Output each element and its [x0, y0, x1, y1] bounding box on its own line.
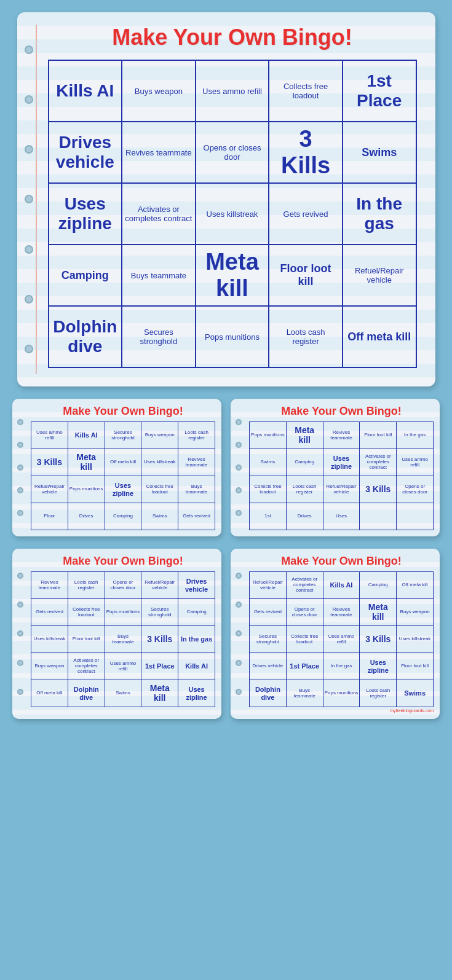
m1-r3c5: Buys teammate: [178, 476, 215, 503]
m2-r3c3: Refuel/Repair vehicle: [323, 476, 360, 503]
hole-m4-4: [236, 660, 242, 666]
hole-5: [25, 245, 33, 254]
m4-r1c4: Camping: [360, 572, 397, 599]
table-row: Uses killstreak Floor loot kill Buys tea…: [31, 626, 215, 653]
m4-r2c2: Opens or closes door: [286, 599, 323, 626]
m3-r3c3: Buys teammate: [105, 626, 141, 653]
m1-r4c3: Camping: [105, 503, 141, 530]
cell-r3c2: Activates or completes contract: [122, 183, 196, 245]
m3-r4c2: Activates or completes contract: [68, 653, 105, 680]
cell-r4c5: Refuel/Repair vehicle: [343, 245, 416, 306]
m1-r2c2: Meta kill: [68, 449, 105, 476]
m3-r2c4: Secures stronghold: [141, 599, 178, 626]
m1-r1c5: Loots cash register: [178, 422, 215, 449]
m4-r3c5: Uses killstreak: [397, 626, 434, 653]
cell-r4c1: Camping: [49, 245, 122, 306]
table-row: Refuel/Repair vehicle Pops munitions Use…: [31, 476, 215, 503]
m4-r2c3: Revives teammate: [323, 599, 360, 626]
cell-r1c2: Buys weapon: [122, 60, 196, 122]
table-row: Uses zipline Activates or completes cont…: [49, 183, 416, 245]
mini-card-2-title: Make Your Own Bingo!: [249, 405, 434, 418]
m3-r2c5: Camping: [178, 599, 215, 626]
mini-grid-2: Pops munitions Meta kill Revives teammat…: [249, 421, 434, 530]
m1-r3c2: Pops munitions: [68, 476, 105, 503]
table-row: Floor Drives Camping Swims Gets revived: [31, 503, 215, 530]
m2-r1c1: Pops munitions: [250, 422, 287, 449]
m2-r4c4: [360, 503, 397, 530]
m4-r2c5: Buys weapon: [397, 599, 434, 626]
table-row: Buys weapon Activates or completes contr…: [31, 653, 215, 680]
m2-r2c4: Activates or completes contract: [360, 449, 397, 476]
mini-grid-4: Refuel/Repair vehicle Activates or compl…: [249, 571, 434, 707]
card-content: Make Your Own Bingo! Kills AI Buys weapo…: [48, 25, 417, 368]
m2-r3c5: Opens or closes door: [397, 476, 434, 503]
m1-r2c3: Off meta kill: [105, 449, 141, 476]
m3-r1c2: Loots cash register: [68, 572, 105, 599]
table-row: Camping Buys teammate Meta kill Floor lo…: [49, 245, 416, 306]
hole-m3-3: [17, 630, 23, 637]
hole-2: [25, 95, 33, 104]
m4-r3c1: Secures stronghold: [250, 626, 287, 653]
hole-m4-3: [236, 630, 242, 637]
m4-r2c4: Meta kill: [360, 599, 397, 626]
m2-r2c1: Swims: [250, 449, 287, 476]
table-row: Revives teammate Loots cash register Ope…: [31, 572, 215, 599]
cell-r1c1: Kills AI: [49, 60, 122, 122]
hole-m4-1: [236, 573, 242, 579]
m3-r2c3: Pops munitions: [105, 599, 141, 626]
table-row: Dolphin dive Secures stronghold Pops mun…: [49, 306, 416, 367]
m1-r1c1: Uses ammo refill: [31, 422, 68, 449]
m1-r3c4: Collects free loadout: [141, 476, 178, 503]
table-row: 1st Drives Uses: [250, 503, 434, 530]
cell-r4c3: Meta kill: [196, 245, 269, 306]
m3-r3c4: 3 Kills: [141, 626, 178, 653]
table-row: Gets revived Collects free loadout Pops …: [31, 599, 215, 626]
hole-6: [25, 295, 33, 304]
hole-7: [25, 345, 33, 353]
mini-card-2: Make Your Own Bingo! Pops munitions Meta…: [231, 399, 440, 536]
m4-r3c2: Collects free loadout: [286, 626, 323, 653]
cell-r5c2: Secures stronghold: [122, 306, 196, 367]
mini-card-3-holes: [17, 549, 23, 719]
mini-grid-1: Uses ammo refill Kills AI Secures strong…: [31, 421, 215, 530]
cell-r2c1: Drives vehicle: [49, 122, 122, 183]
hole-3: [25, 145, 33, 154]
cell-r1c4: Collects free loadout: [269, 60, 343, 122]
table-row: 3 Kills Meta kill Off meta kill Uses kil…: [31, 449, 215, 476]
m1-r4c4: Swims: [141, 503, 178, 530]
m3-r1c1: Revives teammate: [31, 572, 68, 599]
mini-card-4-content: Make Your Own Bingo! Refuel/Repair vehic…: [249, 555, 434, 713]
m1-r1c2: Kills AI: [68, 422, 105, 449]
m3-r1c5: Drives vehicle: [178, 572, 215, 599]
m1-r2c5: Revives teammate: [178, 449, 215, 476]
m1-r3c3: Uses zipline: [105, 476, 141, 503]
table-row: Drives vehicle 1st Place In the gas Uses…: [250, 653, 434, 680]
hole-m1-3: [17, 465, 23, 471]
mini-card-1-holes: [17, 399, 23, 536]
mini-card-3-title: Make Your Own Bingo!: [31, 555, 215, 568]
m3-r4c1: Buys weapon: [31, 653, 68, 680]
m2-r1c4: Floor loot kill: [360, 422, 397, 449]
m2-r4c3: Uses: [323, 503, 360, 530]
cell-r5c5: Off meta kill: [343, 306, 416, 367]
table-row: Gets revived Opens or closes door Revive…: [250, 599, 434, 626]
hole-m2-1: [236, 419, 242, 425]
table-row: Pops munitions Meta kill Revives teammat…: [250, 422, 434, 449]
m4-r4c3: In the gas: [323, 653, 360, 680]
m3-r1c3: Opens or closes door: [105, 572, 141, 599]
m3-r3c2: Floor loot kill: [68, 626, 105, 653]
mini-cards-bottom-row: Make Your Own Bingo! Revives teammate Lo…: [12, 549, 440, 719]
table-row: Secures stronghold Collects free loadout…: [250, 626, 434, 653]
m4-r5c3: Pops munitions: [323, 680, 360, 707]
hole-4: [25, 195, 33, 203]
hole-m4-5: [236, 689, 242, 695]
table-row: Dolphin dive Buys teammate Pops munition…: [250, 680, 434, 707]
main-title: Make Your Own Bingo!: [48, 25, 417, 50]
cell-r4c2: Buys teammate: [122, 245, 196, 306]
m1-r1c3: Secures stronghold: [105, 422, 141, 449]
mini-card-3: Make Your Own Bingo! Revives teammate Lo…: [12, 549, 221, 719]
hole-m3-1: [17, 573, 23, 579]
m4-r5c2: Buys teammate: [286, 680, 323, 707]
m2-r2c2: Camping: [286, 449, 323, 476]
cell-r2c3: Opens or closes door: [196, 122, 269, 183]
